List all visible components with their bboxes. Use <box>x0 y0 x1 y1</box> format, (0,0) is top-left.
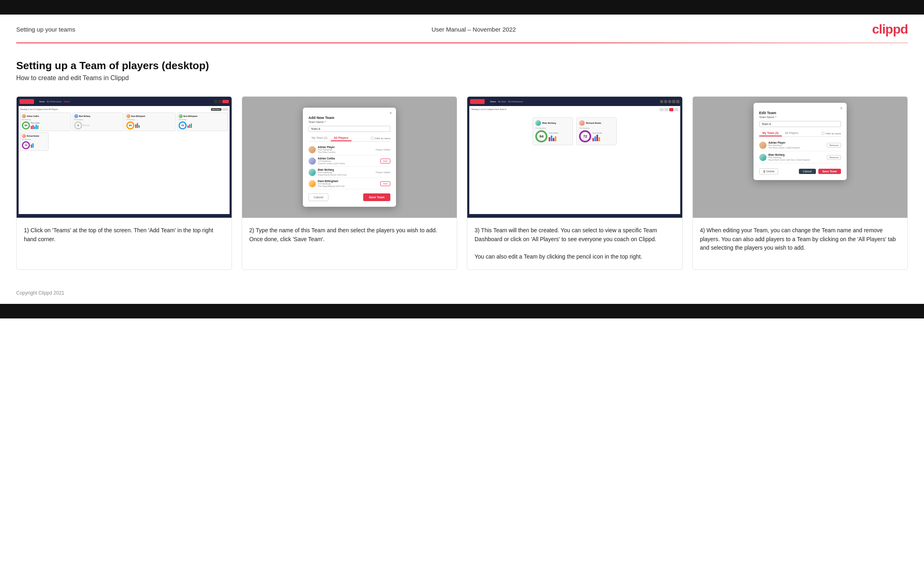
ss1-player4-name: Dave Billingham <box>183 115 198 117</box>
ss3-score2: 72 <box>579 130 591 142</box>
ss4-modal: Edit Team × Team Name * My Team (2) All … <box>754 103 847 180</box>
ss2-team-name-input[interactable] <box>309 126 390 132</box>
ss3-player1-name: Blair McHarg <box>542 122 556 124</box>
ss4-team-name-input[interactable] <box>759 121 841 127</box>
ss4-modal-title: Edit Team <box>759 111 776 115</box>
ss2-player-info-3: Blair McHarg Plus HandicapRoyal North De… <box>318 168 376 176</box>
main-content: Setting up a Team of players (desktop) H… <box>0 43 924 282</box>
header-center: User Manual – November 2022 <box>432 26 516 33</box>
header: Setting up your teams User Manual – Nove… <box>0 15 924 42</box>
ss1-player3-name: Dave Billingham <box>131 115 145 117</box>
ss2-filter-checkbox[interactable] <box>371 137 374 140</box>
ss3-filter-text: Viewing 2 out of 2 players from Team A <box>471 108 507 111</box>
ss2-save-team-button[interactable]: Save Team <box>363 193 390 201</box>
ss1-score2: 0 <box>74 121 82 129</box>
bottom-bar <box>0 304 924 318</box>
ss2-cancel-button[interactable]: Cancel <box>309 193 328 201</box>
card-3-text: 3) This Team will then be created. You c… <box>467 218 682 269</box>
ss2-player-item-3: Blair McHarg Plus HandicapRoyal North De… <box>309 167 390 178</box>
ss4-delete-button[interactable]: 🗑 Delete <box>759 168 778 174</box>
ss2-tab-all-players[interactable]: All Players <box>331 135 352 141</box>
ss2-avatar-3 <box>309 169 316 176</box>
ss3-chart-label2: Team Quality <box>592 132 614 134</box>
ss2-player-club-3: Plus HandicapRoyal North Devon Golf Club <box>318 171 376 176</box>
top-bar <box>0 0 924 15</box>
ss2-player-status-3: Player Added <box>376 171 390 174</box>
header-left: Setting up your teams <box>16 26 75 33</box>
ss4-close-icon[interactable]: × <box>840 106 843 110</box>
ss4-remove-player-2-button[interactable]: Remove <box>827 155 841 160</box>
card-3: Teams My Team My Performance <box>467 96 683 270</box>
card-1: Home My Performance Teams Viewing 5 out … <box>16 96 232 270</box>
ss4-filter-checkbox[interactable] <box>822 132 824 135</box>
ss4-tab-my-team[interactable]: My Team (2) <box>759 130 782 136</box>
ss4-player-list: Adrian Player Plus HandicapThe Shire Lon… <box>759 139 841 163</box>
card-2-text: 2) Type the name of this Team and then s… <box>242 218 457 269</box>
ss1-perf-nav: My Performance <box>47 100 62 103</box>
ss2-avatar-4 <box>309 180 316 187</box>
card-1-text: 1) Click on 'Teams' at the top of the sc… <box>17 218 232 269</box>
ss2-close-icon[interactable]: × <box>390 111 392 115</box>
ss4-bg: Edit Team × Team Name * My Team (2) All … <box>693 97 908 218</box>
card-3-screenshot: Teams My Team My Performance <box>467 97 682 218</box>
ss4-player-name-2: Blair McHarg <box>769 153 827 156</box>
ss2-tab-my-team[interactable]: My Team (2) <box>309 135 331 141</box>
ss4-filter-label: Filter by name <box>826 132 841 135</box>
ss4-modal-footer: 🗑 Delete Cancel Save Team <box>759 168 841 174</box>
footer: Copyright Clippd 2021 <box>0 282 924 304</box>
ss1-player1-name: Adrian Collins <box>27 115 39 117</box>
card-2: Add New Team × Team Name * My Team (2) A… <box>242 96 458 270</box>
ss2-player-info-4: Dave Billingham 3.6 HandicapThe Stag Map… <box>318 180 380 187</box>
card-4-screenshot: Edit Team × Team Name * My Team (2) All … <box>693 97 908 218</box>
ss1-player2-name: Blair McHarg <box>79 115 90 117</box>
ss2-player-info-1: Adrian Player Plus HandicapThe Shire Lon… <box>318 146 376 153</box>
ss2-player-club-1: Plus HandicapThe Shire London <box>318 148 376 153</box>
ss2-player-list: Adrian Player Plus HandicapThe Shire Lon… <box>309 144 390 189</box>
ss4-tab-all-players[interactable]: All Players <box>782 130 802 136</box>
ss2-add-player-4-button[interactable]: Add <box>380 181 390 186</box>
ss4-player-info-1: Adrian Player Plus HandicapThe Shire Lon… <box>769 141 827 149</box>
ss1-label1: Player Quality <box>31 122 70 124</box>
ss4-avatar-2 <box>759 154 766 161</box>
ss3-myteam-tab[interactable]: My Team <box>498 100 506 103</box>
ss4-tabs: My Team (2) All Players Filter by name <box>759 130 841 137</box>
ss3-player2-name: Richard Butler <box>586 122 601 124</box>
ss4-team-name-label: Team Name * <box>759 116 841 119</box>
ss2-avatar-2 <box>309 157 316 165</box>
copyright-text: Copyright Clippd 2021 <box>16 290 64 296</box>
ss4-cancel-button[interactable]: Cancel <box>799 169 816 174</box>
ss2-player-club-2: 1.5 HandicapCentral London Golf Centre <box>318 160 380 165</box>
ss4-save-team-button[interactable]: Save Team <box>818 169 841 174</box>
ss1-no-rounds: No rounds <box>83 125 122 126</box>
ss1-player5-sub: Plus Handicap <box>22 139 47 140</box>
ss1-score5: 72 <box>22 141 30 149</box>
ss1-filter-text: Viewing 5 out of 5 players from All Play… <box>20 108 58 110</box>
ss3-perf-tab[interactable]: My Performance <box>508 100 523 103</box>
card-4: Edit Team × Team Name * My Team (2) All … <box>692 96 908 270</box>
ss2-player-name-4: Dave Billingham <box>318 180 380 182</box>
ss1-add-team-btn[interactable]: Add Team <box>211 108 221 111</box>
ss1-score1: 84 <box>22 121 30 129</box>
ss4-remove-player-1-button[interactable]: Remove <box>827 143 841 148</box>
card-4-text: 4) When editing your Team, you can chang… <box>693 218 908 269</box>
ss2-modal: Add New Team × Team Name * My Team (2) A… <box>303 108 396 207</box>
ss2-modal-footer: Cancel Save Team <box>309 193 390 201</box>
ss4-avatar-1 <box>759 142 766 149</box>
ss2-bg: Add New Team × Team Name * My Team (2) A… <box>242 97 457 218</box>
ss2-player-name-2: Adrian Coliba <box>318 157 380 160</box>
ss2-player-item-4: Dave Billingham 3.6 HandicapThe Stag Map… <box>309 178 390 189</box>
ss2-player-name-1: Adrian Player <box>318 146 376 148</box>
ss4-player-details-1: Plus HandicapThe Shire London, United Ki… <box>769 144 827 149</box>
ss3-teams-nav: Teams <box>490 100 496 103</box>
ss4-delete-label: Delete <box>766 170 775 173</box>
ss2-add-player-2-button[interactable]: Add <box>380 159 390 163</box>
ss2-player-club-4: 3.6 HandicapThe Stag Maping Golf Club <box>318 182 380 187</box>
ss4-player-item-2: Blair McHarg Plus HandicapRoyal North De… <box>759 151 841 163</box>
cards-grid: Home My Performance Teams Viewing 5 out … <box>16 96 908 270</box>
ss2-modal-title: Add New Team <box>309 116 334 120</box>
ss2-team-name-label: Team Name * <box>309 121 390 123</box>
ss2-avatar-1 <box>309 146 316 153</box>
card-3-description: 3) This Team will then be created. You c… <box>475 227 657 260</box>
ss1-player3-sub: 3.6 Handicap <box>126 119 174 121</box>
ss4-player-details-2: Plus HandicapRoyal North Devon Golf Club… <box>769 156 827 161</box>
